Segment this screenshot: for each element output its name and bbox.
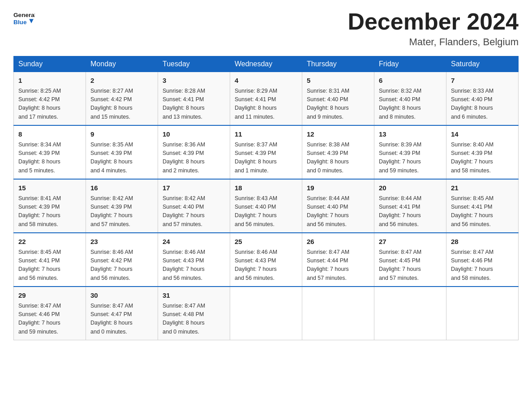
- calendar-day-cell: 16Sunrise: 8:42 AMSunset: 4:39 PMDayligh…: [86, 179, 158, 233]
- day-info: Sunrise: 8:42 AMSunset: 4:40 PMDaylight:…: [163, 194, 225, 229]
- day-number: 21: [451, 183, 514, 193]
- day-info: Sunrise: 8:32 AMSunset: 4:40 PMDaylight:…: [379, 87, 442, 122]
- calendar-day-cell: 14Sunrise: 8:40 AMSunset: 4:39 PMDayligh…: [446, 125, 519, 179]
- calendar-day-cell: 20Sunrise: 8:44 AMSunset: 4:41 PMDayligh…: [374, 179, 446, 233]
- day-number: 1: [18, 76, 81, 86]
- calendar-day-cell: 1Sunrise: 8:25 AMSunset: 4:42 PMDaylight…: [14, 72, 86, 126]
- day-info: Sunrise: 8:27 AMSunset: 4:42 PMDaylight:…: [90, 87, 153, 122]
- location-title: Mater, Flanders, Belgium: [348, 36, 519, 48]
- day-number: 28: [451, 237, 514, 247]
- day-number: 25: [235, 237, 297, 247]
- calendar-day-cell: 17Sunrise: 8:42 AMSunset: 4:40 PMDayligh…: [158, 179, 230, 233]
- day-info: Sunrise: 8:37 AMSunset: 4:39 PMDaylight:…: [235, 141, 297, 176]
- day-number: 18: [235, 183, 297, 193]
- calendar-day-cell: 10Sunrise: 8:36 AMSunset: 4:39 PMDayligh…: [158, 125, 230, 179]
- day-of-week-header: Tuesday: [158, 56, 230, 72]
- month-title: December 2024: [348, 9, 519, 34]
- day-number: 19: [307, 183, 369, 193]
- day-info: Sunrise: 8:47 AMSunset: 4:46 PMDaylight:…: [18, 302, 81, 337]
- day-number: 30: [90, 291, 153, 301]
- calendar-day-cell: 23Sunrise: 8:46 AMSunset: 4:42 PMDayligh…: [86, 233, 158, 287]
- day-number: 6: [379, 76, 442, 86]
- day-of-week-header: Thursday: [302, 56, 374, 72]
- day-number: 22: [18, 237, 81, 247]
- calendar-day-cell: 24Sunrise: 8:46 AMSunset: 4:43 PMDayligh…: [158, 233, 230, 287]
- calendar-day-cell: 22Sunrise: 8:45 AMSunset: 4:41 PMDayligh…: [14, 233, 86, 287]
- title-area: December 2024 Mater, Flanders, Belgium: [348, 9, 519, 48]
- calendar-week-row: 1Sunrise: 8:25 AMSunset: 4:42 PMDaylight…: [14, 72, 519, 126]
- day-of-week-header: Sunday: [14, 56, 86, 72]
- day-info: Sunrise: 8:28 AMSunset: 4:41 PMDaylight:…: [163, 87, 225, 122]
- calendar-day-cell: 27Sunrise: 8:47 AMSunset: 4:45 PMDayligh…: [374, 233, 446, 287]
- day-of-week-header: Monday: [86, 56, 158, 72]
- calendar-day-cell: 18Sunrise: 8:43 AMSunset: 4:40 PMDayligh…: [230, 179, 302, 233]
- calendar-day-cell: 30Sunrise: 8:47 AMSunset: 4:47 PMDayligh…: [86, 287, 158, 340]
- day-info: Sunrise: 8:35 AMSunset: 4:39 PMDaylight:…: [90, 141, 153, 176]
- calendar-day-cell: 26Sunrise: 8:47 AMSunset: 4:44 PMDayligh…: [302, 233, 374, 287]
- day-number: 20: [379, 183, 442, 193]
- calendar-day-cell: 4Sunrise: 8:29 AMSunset: 4:41 PMDaylight…: [230, 72, 302, 126]
- logo-area: General Blue: [13, 9, 35, 27]
- day-info: Sunrise: 8:42 AMSunset: 4:39 PMDaylight:…: [90, 194, 153, 229]
- calendar-day-cell: 19Sunrise: 8:44 AMSunset: 4:40 PMDayligh…: [302, 179, 374, 233]
- day-info: Sunrise: 8:46 AMSunset: 4:43 PMDaylight:…: [235, 248, 297, 283]
- page-header: General Blue December 2024 Mater, Flande…: [13, 9, 519, 48]
- day-number: 11: [235, 129, 297, 140]
- day-number: 10: [163, 129, 225, 140]
- day-of-week-header: Saturday: [446, 56, 519, 72]
- day-info: Sunrise: 8:39 AMSunset: 4:39 PMDaylight:…: [379, 141, 442, 176]
- day-info: Sunrise: 8:31 AMSunset: 4:40 PMDaylight:…: [307, 87, 369, 122]
- calendar-day-cell: 3Sunrise: 8:28 AMSunset: 4:41 PMDaylight…: [158, 72, 230, 126]
- calendar-week-row: 8Sunrise: 8:34 AMSunset: 4:39 PMDaylight…: [14, 125, 519, 179]
- day-info: Sunrise: 8:44 AMSunset: 4:41 PMDaylight:…: [379, 194, 442, 229]
- calendar-day-cell: [302, 287, 374, 340]
- day-number: 7: [451, 76, 514, 86]
- day-info: Sunrise: 8:47 AMSunset: 4:48 PMDaylight:…: [163, 302, 225, 337]
- calendar-table: SundayMondayTuesdayWednesdayThursdayFrid…: [13, 56, 519, 340]
- day-number: 31: [163, 291, 225, 301]
- day-info: Sunrise: 8:41 AMSunset: 4:39 PMDaylight:…: [18, 194, 81, 229]
- day-number: 4: [235, 76, 297, 86]
- day-number: 14: [451, 129, 514, 140]
- calendar-day-cell: 25Sunrise: 8:46 AMSunset: 4:43 PMDayligh…: [230, 233, 302, 287]
- calendar-day-cell: [374, 287, 446, 340]
- calendar-week-row: 22Sunrise: 8:45 AMSunset: 4:41 PMDayligh…: [14, 233, 519, 287]
- day-info: Sunrise: 8:47 AMSunset: 4:46 PMDaylight:…: [451, 248, 514, 283]
- calendar-header-row: SundayMondayTuesdayWednesdayThursdayFrid…: [14, 56, 519, 72]
- calendar-day-cell: 9Sunrise: 8:35 AMSunset: 4:39 PMDaylight…: [86, 125, 158, 179]
- day-number: 29: [18, 291, 81, 301]
- svg-marker-1: [29, 19, 34, 23]
- calendar-day-cell: 21Sunrise: 8:45 AMSunset: 4:41 PMDayligh…: [446, 179, 519, 233]
- day-number: 26: [307, 237, 369, 247]
- calendar-day-cell: 6Sunrise: 8:32 AMSunset: 4:40 PMDaylight…: [374, 72, 446, 126]
- calendar-day-cell: 8Sunrise: 8:34 AMSunset: 4:39 PMDaylight…: [14, 125, 86, 179]
- day-number: 3: [163, 76, 225, 86]
- calendar-day-cell: 11Sunrise: 8:37 AMSunset: 4:39 PMDayligh…: [230, 125, 302, 179]
- day-info: Sunrise: 8:46 AMSunset: 4:42 PMDaylight:…: [90, 248, 153, 283]
- calendar-day-cell: 28Sunrise: 8:47 AMSunset: 4:46 PMDayligh…: [446, 233, 519, 287]
- day-info: Sunrise: 8:29 AMSunset: 4:41 PMDaylight:…: [235, 87, 297, 122]
- day-info: Sunrise: 8:47 AMSunset: 4:45 PMDaylight:…: [379, 248, 442, 283]
- day-info: Sunrise: 8:40 AMSunset: 4:39 PMDaylight:…: [451, 141, 514, 176]
- logo: General Blue: [13, 9, 35, 27]
- day-number: 12: [307, 129, 369, 140]
- day-number: 9: [90, 129, 153, 140]
- calendar-day-cell: [446, 287, 519, 340]
- svg-text:Blue: Blue: [13, 19, 27, 26]
- day-number: 8: [18, 129, 81, 140]
- calendar-day-cell: 12Sunrise: 8:38 AMSunset: 4:39 PMDayligh…: [302, 125, 374, 179]
- calendar-day-cell: 15Sunrise: 8:41 AMSunset: 4:39 PMDayligh…: [14, 179, 86, 233]
- day-info: Sunrise: 8:47 AMSunset: 4:47 PMDaylight:…: [90, 302, 153, 337]
- calendar-day-cell: 5Sunrise: 8:31 AMSunset: 4:40 PMDaylight…: [302, 72, 374, 126]
- calendar-week-row: 29Sunrise: 8:47 AMSunset: 4:46 PMDayligh…: [14, 287, 519, 340]
- day-info: Sunrise: 8:45 AMSunset: 4:41 PMDaylight:…: [18, 248, 81, 283]
- day-number: 2: [90, 76, 153, 86]
- calendar-day-cell: [230, 287, 302, 340]
- day-info: Sunrise: 8:25 AMSunset: 4:42 PMDaylight:…: [18, 87, 81, 122]
- calendar-day-cell: 2Sunrise: 8:27 AMSunset: 4:42 PMDaylight…: [86, 72, 158, 126]
- day-of-week-header: Friday: [374, 56, 446, 72]
- day-number: 16: [90, 183, 153, 193]
- calendar-day-cell: 29Sunrise: 8:47 AMSunset: 4:46 PMDayligh…: [14, 287, 86, 340]
- day-info: Sunrise: 8:36 AMSunset: 4:39 PMDaylight:…: [163, 141, 225, 176]
- day-info: Sunrise: 8:44 AMSunset: 4:40 PMDaylight:…: [307, 194, 369, 229]
